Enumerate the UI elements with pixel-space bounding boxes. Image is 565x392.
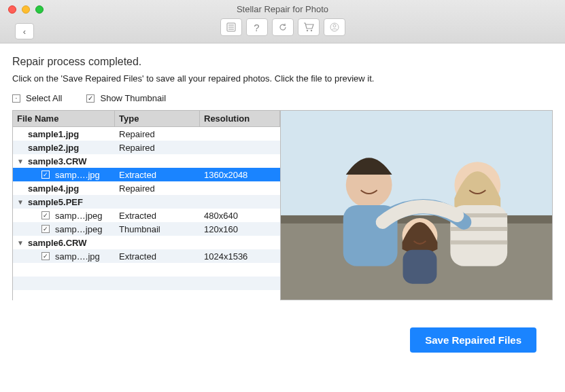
page-subtitle: Click on the 'Save Repaired Files' to sa… bbox=[12, 73, 553, 84]
table-row[interactable]: ✓samp…jpegThumbnail120x160 bbox=[13, 222, 280, 236]
window-controls bbox=[8, 5, 44, 14]
row-checkbox[interactable]: ✓ bbox=[41, 225, 50, 233]
select-all-label: Select All bbox=[26, 93, 62, 103]
show-thumbnail-checkbox[interactable]: ✓ bbox=[86, 94, 95, 103]
cart-icon bbox=[303, 22, 314, 32]
svg-rect-19 bbox=[403, 250, 437, 284]
list-icon bbox=[226, 22, 236, 32]
chevron-down-icon[interactable]: ▼ bbox=[17, 158, 25, 165]
svg-point-5 bbox=[310, 30, 311, 31]
show-thumbnail-option[interactable]: ✓ Show Thumbnail bbox=[86, 93, 166, 103]
options-row: · Select All ✓ Show Thumbnail bbox=[12, 93, 553, 103]
header-type[interactable]: Type bbox=[115, 111, 200, 126]
row-checkbox[interactable]: ✓ bbox=[41, 252, 50, 260]
table-row[interactable]: sample2.jpgRepaired bbox=[13, 141, 280, 154]
refresh-button[interactable] bbox=[272, 18, 294, 36]
toolbar: ? bbox=[0, 18, 565, 36]
show-thumbnail-label: Show Thumbnail bbox=[100, 93, 166, 103]
help-button[interactable]: ? bbox=[246, 18, 268, 36]
main-row: File Name Type Resolution sample1.jpgRep… bbox=[12, 110, 553, 300]
preview-image bbox=[281, 111, 552, 300]
table-row[interactable]: ✓samp….jpgExtracted1360x2048 bbox=[13, 168, 280, 181]
chevron-down-icon[interactable]: ▼ bbox=[17, 239, 25, 247]
back-button[interactable]: ‹ bbox=[15, 23, 34, 39]
table-row[interactable]: ▼sample3.CRW bbox=[13, 154, 280, 168]
table-row[interactable] bbox=[13, 263, 280, 277]
content: Repair process completed. Click on the '… bbox=[0, 43, 565, 353]
table-row[interactable]: ✓samp…jpegExtracted480x640 bbox=[13, 209, 280, 222]
table-row[interactable] bbox=[13, 290, 280, 304]
preview-pane[interactable] bbox=[281, 110, 553, 300]
table-row[interactable]: sample1.jpgRepaired bbox=[13, 127, 280, 141]
save-repaired-files-button[interactable]: Save Repaired Files bbox=[410, 327, 536, 353]
minimize-icon[interactable] bbox=[22, 5, 30, 14]
table-header: File Name Type Resolution bbox=[13, 111, 280, 127]
close-icon[interactable] bbox=[8, 5, 16, 14]
row-checkbox[interactable]: ✓ bbox=[41, 211, 50, 219]
user-button[interactable] bbox=[324, 18, 345, 36]
zoom-icon[interactable] bbox=[35, 5, 44, 14]
row-checkbox[interactable]: ✓ bbox=[41, 171, 50, 179]
table-row[interactable]: ▼sample6.CRW bbox=[13, 236, 280, 249]
file-table: File Name Type Resolution sample1.jpgRep… bbox=[12, 110, 281, 300]
select-all-checkbox[interactable]: · bbox=[12, 94, 20, 103]
user-icon bbox=[330, 22, 339, 32]
help-icon: ? bbox=[254, 22, 259, 33]
table-row[interactable]: ▼sample5.PEF bbox=[13, 195, 280, 209]
page-title: Repair process completed. bbox=[12, 56, 553, 68]
chevron-left-icon: ‹ bbox=[23, 26, 26, 37]
chevron-down-icon[interactable]: ▼ bbox=[17, 198, 25, 206]
header-res[interactable]: Resolution bbox=[200, 111, 280, 126]
footer: Save Repaired Files bbox=[12, 300, 553, 353]
titlebar: Stellar Repair for Photo ‹ ? bbox=[0, 0, 565, 43]
table-body: sample1.jpgRepairedsample2.jpgRepaired▼s… bbox=[13, 127, 280, 304]
table-row[interactable]: sample4.jpgRepaired bbox=[13, 181, 280, 195]
list-button[interactable] bbox=[220, 18, 242, 36]
window-title: Stellar Repair for Photo bbox=[0, 0, 565, 14]
cart-button[interactable] bbox=[298, 18, 320, 36]
select-all-option[interactable]: · Select All bbox=[12, 93, 62, 103]
refresh-icon bbox=[278, 22, 288, 32]
header-file[interactable]: File Name bbox=[13, 111, 115, 126]
svg-point-4 bbox=[306, 30, 307, 31]
table-row[interactable]: ✓samp….jpgExtracted1024x1536 bbox=[13, 249, 280, 263]
svg-point-7 bbox=[333, 24, 336, 27]
table-row[interactable] bbox=[13, 277, 280, 290]
